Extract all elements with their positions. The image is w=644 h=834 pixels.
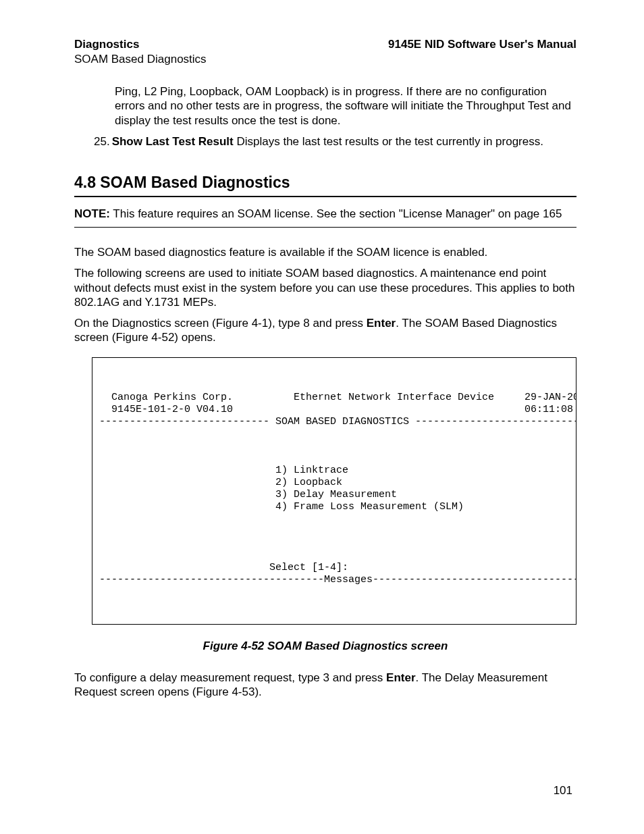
page: Diagnostics 9145E NID Software User's Ma…	[0, 0, 644, 834]
step-description: Displays the last test results or the te…	[234, 135, 543, 148]
step-25: 25.Show Last Test Result Displays the la…	[94, 134, 576, 149]
paragraph-2: The following screens are used to initia…	[74, 266, 576, 309]
note-text: This feature requires an SOAM license. S…	[110, 207, 562, 220]
term-opt-3: 3) Delay Measurement	[99, 489, 397, 500]
term-messages: -------------------------------------Mes…	[99, 574, 576, 585]
note-rule	[74, 227, 576, 228]
page-number: 101	[554, 784, 572, 798]
section-heading-4-8: 4.8 SOAM Based Diagnostics	[74, 174, 576, 192]
step-title: Show Last Test Result	[112, 135, 234, 148]
term-line-3: ---------------------------- SOAM BASED …	[99, 416, 576, 427]
para4-enter: Enter	[386, 671, 415, 684]
para3-enter: Enter	[367, 317, 396, 330]
term-line-2: 9145E-101-2-0 V04.10 06:11:08	[99, 404, 573, 415]
note-block: NOTE: This feature requires an SOAM lice…	[74, 207, 576, 221]
continuation-paragraph: Ping, L2 Ping, Loopback, OAM Loopback) i…	[115, 84, 576, 128]
paragraph-4: To configure a delay measurement request…	[74, 671, 576, 700]
header-manual-title: 9145E NID Software User's Manual	[388, 37, 576, 52]
para4-a: To configure a delay measurement request…	[74, 671, 386, 684]
terminal-content: Canoga Perkins Corp. Ethernet Network In…	[92, 392, 576, 586]
paragraph-1: The SOAM based diagnostics feature is av…	[74, 245, 576, 259]
terminal-screenshot: Canoga Perkins Corp. Ethernet Network In…	[92, 357, 576, 625]
term-opt-1: 1) Linktrace	[99, 465, 348, 476]
term-select: Select [1-4]:	[99, 562, 348, 573]
header-section-title: Diagnostics	[74, 37, 139, 52]
heading-rule	[74, 196, 576, 197]
page-header: Diagnostics 9145E NID Software User's Ma…	[74, 37, 576, 52]
paragraph-3: On the Diagnostics screen (Figure 4-1), …	[74, 316, 576, 345]
term-line-1: Canoga Perkins Corp. Ethernet Network In…	[99, 392, 576, 403]
step-number: 25.	[94, 135, 110, 148]
term-opt-4: 4) Frame Loss Measurement (SLM)	[99, 501, 464, 513]
para3-a: On the Diagnostics screen (Figure 4-1), …	[74, 317, 367, 330]
term-opt-2: 2) Loopback	[99, 477, 342, 488]
note-label: NOTE:	[74, 207, 110, 220]
figure-caption-4-52: Figure 4-52 SOAM Based Diagnostics scree…	[74, 640, 576, 653]
header-subsection: SOAM Based Diagnostics	[74, 53, 576, 66]
